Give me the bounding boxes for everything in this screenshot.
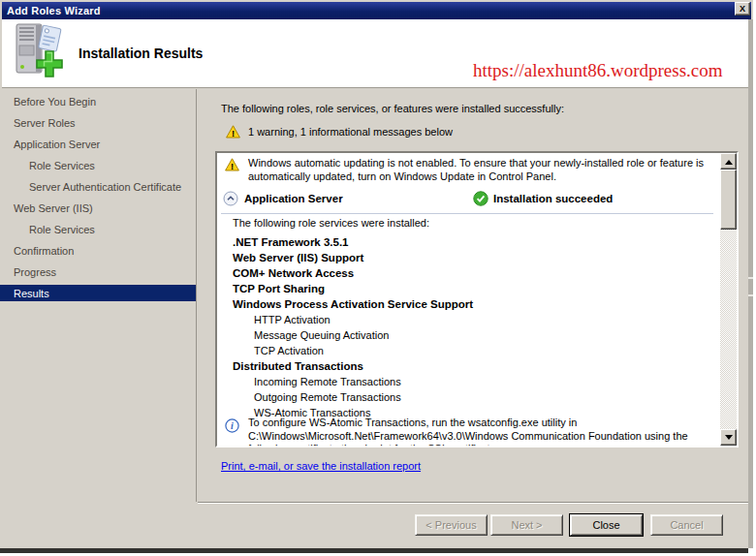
role-service-item: Incoming Remote Transactions: [254, 374, 473, 389]
screen-edge-strip: [748, 19, 753, 548]
role-service-item: COM+ Network Access: [233, 265, 473, 281]
success-check-icon: [473, 191, 488, 206]
wizard-header: Installation Results https://alexhunt86.…: [2, 19, 751, 88]
title-bar: Add Roles Wizard: [2, 2, 751, 19]
ws-atomic-info: To configure WS-Atomic Transactions, run…: [248, 417, 720, 446]
sidebar-item-server-authentication-certificate[interactable]: Server Authentication Certificate: [0, 176, 196, 198]
services-intro: The following role services were install…: [233, 217, 429, 229]
section-title: Application Server: [244, 193, 343, 204]
previous-button: < Previous: [415, 514, 488, 536]
sidebar-item-web-server-iis[interactable]: Web Server (IIS): [0, 198, 196, 219]
intro-text: The following roles, role services, or f…: [221, 103, 564, 114]
windows-update-warning: Windows automatic updating is not enable…: [248, 156, 713, 183]
scroll-down-button[interactable]: [720, 429, 737, 446]
role-service-item: Web Server (IIS) Support: [233, 250, 473, 265]
info-icon: i: [225, 418, 239, 433]
scroll-up-button[interactable]: [720, 153, 737, 170]
next-button: Next >: [490, 514, 563, 536]
collapse-chevron-icon[interactable]: [223, 191, 238, 206]
footer-separator: [198, 502, 748, 504]
role-service-item: TCP Activation: [254, 343, 473, 358]
role-service-item: HTTP Activation: [254, 312, 473, 327]
results-box-content: ! Windows automatic updating is not enab…: [217, 153, 720, 446]
summary-text: 1 warning, 1 informational messages belo…: [248, 126, 453, 138]
role-service-item: Outgoing Remote Transactions: [254, 389, 473, 405]
sidebar-item-role-services[interactable]: Role Services: [0, 219, 196, 240]
svg-text:i: i: [231, 420, 234, 431]
sidebar-item-results[interactable]: Results: [0, 285, 196, 301]
installation-report-link[interactable]: Print, e-mail, or save the installation …: [221, 460, 421, 472]
role-service-item: Distributed Transactions: [233, 358, 473, 374]
warning-icon: !: [225, 158, 239, 171]
window-title: Add Roles Wizard: [2, 5, 101, 16]
screen-edge-band: [0, 548, 748, 553]
results-content: The following roles, role services, or f…: [198, 89, 748, 502]
role-service-item: TCP Port Sharing: [233, 281, 473, 296]
server-add-icon: [11, 22, 65, 82]
add-roles-wizard-window: Add Roles Wizard X Installation Results …: [0, 0, 753, 548]
sidebar-item-role-services[interactable]: Role Services: [0, 155, 196, 176]
sidebar-item-application-server[interactable]: Application Server: [0, 134, 196, 155]
sidebar-item-confirmation[interactable]: Confirmation: [0, 240, 196, 262]
results-scrollbar[interactable]: [720, 153, 737, 446]
sidebar-item-server-roles[interactable]: Server Roles: [0, 112, 196, 134]
cancel-button: Cancel: [650, 514, 723, 536]
section-separator: [221, 213, 713, 214]
page-title: Installation Results: [79, 46, 203, 61]
installation-status: Installation succeeded: [493, 193, 613, 204]
close-button[interactable]: Close: [570, 514, 643, 536]
sidebar-item-progress[interactable]: Progress: [0, 262, 196, 283]
wizard-steps-sidebar: Before You BeginServer RolesApplication …: [0, 89, 196, 548]
role-service-item: .NET Framework 3.5.1: [233, 234, 473, 250]
role-service-item: Message Queuing Activation: [254, 327, 473, 343]
svg-text:!: !: [231, 161, 234, 171]
svg-text:!: !: [232, 128, 235, 139]
warning-icon: !: [226, 125, 240, 139]
watermark-url: https://alexhunt86.wordpress.com: [473, 60, 723, 81]
role-service-item: Windows Process Activation Service Suppo…: [233, 296, 473, 312]
scrollbar-thumb[interactable]: [720, 170, 737, 230]
installation-results-box: ! Windows automatic updating is not enab…: [215, 151, 739, 448]
sidebar-divider: [196, 89, 197, 502]
sidebar-item-before-you-begin[interactable]: Before You Begin: [0, 91, 196, 112]
close-window-button[interactable]: X: [735, 2, 750, 15]
summary-row: ! 1 warning, 1 informational messages be…: [226, 125, 453, 139]
installed-role-services-list: .NET Framework 3.5.1Web Server (IIS) Sup…: [233, 234, 473, 420]
